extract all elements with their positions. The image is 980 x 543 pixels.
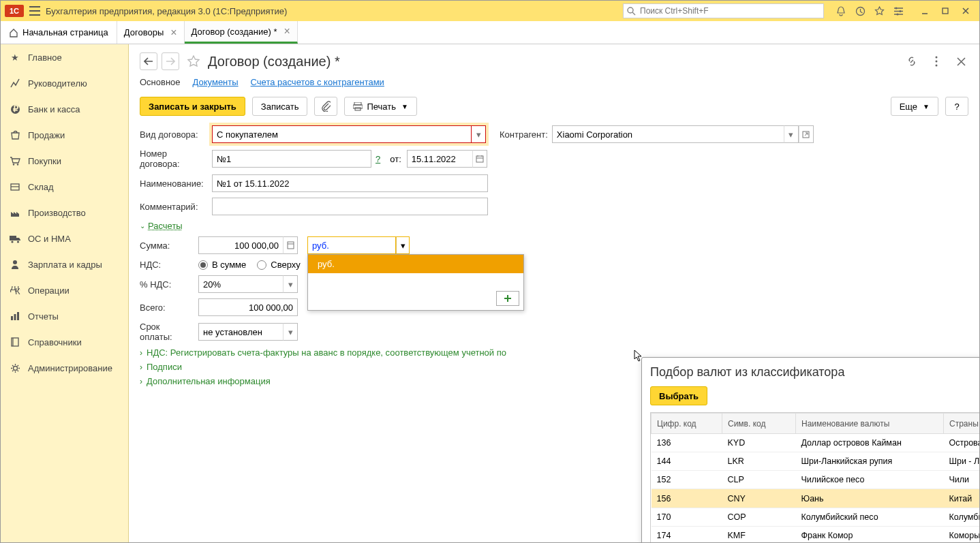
- dropdown-item[interactable]: руб.: [308, 255, 523, 273]
- minimize-icon[interactable]: [915, 3, 934, 18]
- kebab-icon[interactable]: [929, 54, 944, 69]
- table-row[interactable]: 144LKRШри-Ланкийская рупияШри - Ланка: [652, 452, 980, 471]
- print-button[interactable]: Печать▼: [344, 97, 417, 116]
- currency-input[interactable]: [307, 236, 396, 254]
- nds-pct-combo[interactable]: ▾: [198, 275, 298, 293]
- sum-input[interactable]: [198, 236, 283, 254]
- table-row[interactable]: 136KYDДоллар островов КайманОстрова Кайм…: [652, 434, 980, 452]
- star-icon[interactable]: [872, 3, 887, 18]
- chevron-down-icon[interactable]: ▾: [471, 125, 486, 143]
- sidebar-item-manager[interactable]: Руководителю: [1, 70, 128, 96]
- comment-input[interactable]: [212, 198, 488, 215]
- subtab-docs[interactable]: Документы: [193, 77, 239, 87]
- close-icon[interactable]: ×: [170, 27, 177, 38]
- radio-in-sum[interactable]: В сумме: [198, 260, 246, 270]
- section-payments-toggle[interactable]: ⌄ Расчеты: [140, 221, 968, 231]
- tab-home[interactable]: Начальная страница: [1, 21, 117, 44]
- sum-combo[interactable]: [198, 236, 298, 254]
- open-icon[interactable]: [799, 125, 814, 143]
- sidebar-item-admin[interactable]: Администрирование: [1, 355, 128, 381]
- sidebar-item-sales[interactable]: Продажи: [1, 122, 128, 148]
- sidebar-item-reports[interactable]: Отчеты: [1, 303, 128, 329]
- global-search[interactable]: [623, 3, 824, 18]
- chevron-down-icon[interactable]: ▾: [784, 125, 799, 143]
- chevron-down-icon[interactable]: ▾: [396, 236, 410, 254]
- chevron-down-icon[interactable]: ▾: [283, 275, 298, 293]
- forward-button[interactable]: [162, 52, 179, 70]
- person-icon: [9, 258, 21, 270]
- radio-on-top[interactable]: Сверху: [257, 260, 300, 270]
- due-combo[interactable]: ▾: [198, 323, 298, 341]
- calendar-icon[interactable]: [472, 150, 487, 168]
- sidebar-item-assets[interactable]: ОС и НМА: [1, 226, 128, 251]
- search-input[interactable]: [623, 3, 824, 18]
- sidebar-item-ops[interactable]: ДтКтОперации: [1, 277, 128, 303]
- bell-icon[interactable]: [833, 3, 848, 18]
- sidebar-item-stock[interactable]: Склад: [1, 174, 128, 200]
- form-content: Договор (создание) * Основное Документы …: [129, 44, 979, 542]
- svg-point-16: [16, 241, 18, 243]
- link-nds-register[interactable]: ›НДС: Регистрировать счета-фактуры на ав…: [140, 347, 968, 358]
- tab-contracts[interactable]: Договоры ×: [117, 21, 185, 44]
- table-row[interactable]: 152CLPЧилийское песоЧили: [652, 471, 980, 489]
- favorite-icon[interactable]: [186, 54, 201, 69]
- table-row[interactable]: 156CNYЮаньКитай: [652, 489, 980, 508]
- date-combo[interactable]: [407, 150, 487, 168]
- tab-contract-new[interactable]: Договор (создание) * ×: [185, 21, 298, 44]
- history-icon[interactable]: [853, 3, 868, 18]
- back-button[interactable]: [140, 52, 157, 70]
- col-sym[interactable]: Симв. код: [722, 414, 796, 434]
- help-button[interactable]: ?: [945, 97, 968, 116]
- save-button[interactable]: Записать: [252, 97, 308, 116]
- star-icon: ★: [9, 51, 21, 63]
- calc-icon[interactable]: [283, 236, 298, 254]
- date-input[interactable]: [407, 150, 472, 168]
- contract-type-combo[interactable]: ▾: [212, 125, 486, 143]
- sidebar-item-purchases[interactable]: Покупки: [1, 148, 128, 174]
- table-row[interactable]: 170COPКолумбийский песоКолумбия: [652, 508, 980, 527]
- help-link[interactable]: ?: [376, 154, 380, 164]
- close-icon[interactable]: ×: [284, 26, 290, 37]
- total-input[interactable]: [198, 298, 298, 316]
- sidebar-item-main[interactable]: ★Главное: [1, 44, 128, 70]
- col-country[interactable]: Страны и территории: [944, 414, 980, 434]
- sidebar-item-bank[interactable]: ₽Банк и касса: [1, 96, 128, 122]
- tabbar: Начальная страница Договоры × Договор (с…: [1, 21, 979, 44]
- subtab-main[interactable]: Основное: [140, 77, 181, 87]
- sidebar-item-refs[interactable]: Справочники: [1, 329, 128, 355]
- attach-button[interactable]: [314, 97, 337, 116]
- col-code[interactable]: Цифр. код: [652, 414, 722, 434]
- radio-mark-icon: [257, 260, 266, 270]
- svg-point-27: [936, 61, 938, 63]
- cell-country: Шри - Ланка: [944, 452, 980, 471]
- save-close-button[interactable]: Записать и закрыть: [140, 97, 245, 116]
- col-name[interactable]: Наименование валюты: [796, 414, 944, 434]
- sidebar-item-production[interactable]: Производство: [1, 200, 128, 226]
- chevron-down-icon[interactable]: ▾: [283, 323, 298, 341]
- counterparty-input[interactable]: [552, 125, 784, 143]
- name-input[interactable]: [212, 174, 488, 192]
- nds-pct-input[interactable]: [198, 275, 283, 293]
- svg-rect-29: [354, 102, 361, 105]
- contract-type-input[interactable]: [212, 125, 471, 143]
- currency-grid[interactable]: Цифр. код Симв. код Наименование валюты …: [651, 413, 979, 542]
- select-button[interactable]: Выбрать: [650, 386, 707, 405]
- plus-icon: [504, 294, 512, 302]
- close-icon[interactable]: [956, 3, 975, 18]
- contract-number-input[interactable]: [212, 150, 371, 168]
- link-icon[interactable]: [904, 54, 919, 69]
- table-row[interactable]: 174KMFФранк КоморКоморы: [652, 527, 980, 543]
- more-button[interactable]: Еще▼: [891, 97, 938, 116]
- counterparty-combo[interactable]: ▾: [552, 125, 814, 143]
- due-input[interactable]: [198, 323, 283, 341]
- sidebar-item-hr[interactable]: Зарплата и кадры: [1, 251, 128, 277]
- add-button[interactable]: [496, 291, 519, 306]
- menu-icon[interactable]: [29, 6, 40, 16]
- chevron-down-icon: ⌄: [140, 222, 145, 230]
- settings-icon[interactable]: [891, 3, 906, 18]
- subtab-accounts[interactable]: Счета расчетов с контрагентами: [251, 77, 384, 87]
- close-form-icon[interactable]: [953, 54, 968, 69]
- cell-sym: CNY: [722, 489, 796, 508]
- maximize-icon[interactable]: [936, 3, 955, 18]
- cell-name: Доллар островов Кайман: [796, 434, 944, 452]
